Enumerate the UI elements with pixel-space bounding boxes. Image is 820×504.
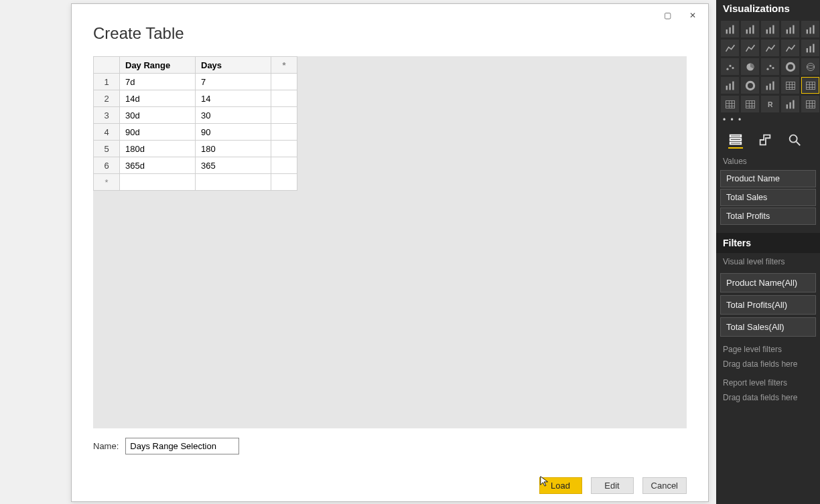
more-visuals-icon[interactable]: • • •	[716, 114, 820, 126]
value-well[interactable]: Total Sales	[720, 189, 816, 206]
svg-rect-34	[786, 82, 795, 89]
visual-filter-item[interactable]: Total Profits(All)	[720, 295, 816, 315]
cell-days[interactable]: 30	[196, 107, 271, 124]
row-number[interactable]: 6	[94, 157, 120, 174]
vis-python-visual-icon[interactable]	[781, 96, 799, 112]
cell-days[interactable]: 14	[196, 90, 271, 107]
vis-card-icon[interactable]	[741, 96, 759, 112]
vis-pie-icon[interactable]	[741, 58, 759, 75]
cell-day-range[interactable]: 30d	[120, 107, 196, 124]
report-filters-drop-zone[interactable]: Drag data fields here	[716, 390, 820, 408]
empty-cell[interactable]	[120, 174, 196, 191]
vis-stacked-bar-icon[interactable]	[721, 21, 739, 37]
table-row[interactable]: 5180d180	[94, 141, 297, 157]
fields-tab-icon[interactable]	[728, 133, 743, 149]
vis-line-icon[interactable]	[721, 39, 739, 56]
window-maximize-icon[interactable]: ▢	[656, 8, 679, 23]
vis-area-icon[interactable]	[741, 39, 759, 56]
visual-filter-item[interactable]: Product Name(All)	[720, 273, 816, 292]
svg-rect-15	[806, 48, 807, 52]
column-header-day-range[interactable]: Day Range	[120, 57, 196, 74]
vis-kpi-icon[interactable]	[781, 77, 799, 94]
visual-filters-label: Visual level filters	[716, 253, 820, 269]
vis-scatter-icon[interactable]	[721, 58, 739, 75]
cell-days[interactable]: 7	[196, 74, 271, 90]
value-well[interactable]: Total Profits	[720, 207, 816, 225]
report-filters-label: Report level filters	[716, 374, 820, 390]
vis-donut-icon[interactable]	[781, 58, 799, 75]
vis-table-icon[interactable]	[801, 77, 819, 94]
cell-day-range[interactable]: 90d	[120, 124, 196, 141]
cancel-button[interactable]: Cancel	[642, 477, 687, 494]
table-row[interactable]: 490d90	[94, 124, 297, 141]
vis-waterfall-icon[interactable]	[761, 77, 779, 94]
svg-rect-27	[726, 86, 727, 90]
values-section-label: Values	[716, 153, 820, 169]
empty-cell[interactable]	[196, 174, 271, 191]
table-row[interactable]: 17d7	[94, 74, 297, 90]
svg-rect-65	[730, 143, 742, 145]
cell-add-column[interactable]	[271, 74, 297, 90]
vis-matrix-icon[interactable]	[721, 96, 739, 112]
data-grid[interactable]: Day Range Days * 17d7214d14330d30490d905…	[93, 56, 297, 191]
cell-day-range[interactable]: 7d	[120, 74, 196, 90]
svg-rect-3	[746, 29, 747, 33]
add-row-marker[interactable]: *	[94, 174, 120, 191]
table-row[interactable]: 214d14	[94, 90, 297, 107]
vis-slicer-icon[interactable]	[801, 96, 819, 112]
row-number[interactable]: 2	[94, 90, 120, 107]
value-well[interactable]: Product Name	[720, 170, 816, 187]
vis-clustered-bar-icon[interactable]	[741, 21, 759, 37]
window-close-icon[interactable]: ✕	[681, 8, 704, 23]
vis-treemap-icon[interactable]	[761, 58, 779, 75]
table-row[interactable]: 330d30	[94, 107, 297, 124]
row-number[interactable]: 5	[94, 141, 120, 157]
table-row[interactable]: 6365d365	[94, 157, 297, 174]
filters-heading: Filters	[716, 233, 820, 253]
vis-100-stacked-icon[interactable]	[801, 21, 819, 37]
format-tab-icon[interactable]	[758, 133, 772, 149]
cell-add-column[interactable]	[271, 124, 297, 141]
vis-funnel-icon[interactable]	[721, 77, 739, 94]
svg-rect-49	[746, 100, 754, 108]
row-number[interactable]: 4	[94, 124, 120, 141]
cell-days[interactable]: 90	[196, 124, 271, 141]
visual-filter-item[interactable]: Total Sales(All)	[720, 317, 816, 337]
row-number[interactable]: 1	[94, 74, 120, 90]
page-filters-drop-zone[interactable]: Drag data fields here	[716, 357, 820, 374]
cell-days[interactable]: 180	[196, 141, 271, 157]
svg-rect-58	[806, 100, 815, 108]
vis-r-visual-icon[interactable]: R	[761, 96, 779, 112]
table-name-input[interactable]	[125, 438, 239, 454]
svg-rect-17	[813, 44, 814, 52]
empty-cell[interactable]	[271, 174, 297, 191]
vis-stacked-column-icon[interactable]	[761, 21, 779, 37]
grid-corner	[94, 57, 120, 74]
vis-clustered-column-icon[interactable]	[781, 21, 799, 37]
row-number[interactable]: 3	[94, 107, 120, 124]
analytics-tab-icon[interactable]	[787, 133, 802, 149]
cell-days[interactable]: 365	[196, 157, 271, 174]
vis-stacked-area-icon[interactable]	[761, 39, 779, 56]
cell-add-column[interactable]	[271, 90, 297, 107]
add-row[interactable]: *	[94, 174, 297, 191]
cell-day-range[interactable]: 365d	[120, 157, 196, 174]
load-button[interactable]: Load	[539, 477, 582, 494]
vis-line-column-icon[interactable]	[781, 39, 799, 56]
column-header-days[interactable]: Days	[196, 57, 271, 74]
table-editor-grid-area: Day Range Days * 17d7214d14330d30490d905…	[93, 56, 687, 428]
cell-add-column[interactable]	[271, 107, 297, 124]
add-column-header[interactable]: *	[271, 57, 297, 74]
cell-add-column[interactable]	[271, 157, 297, 174]
cell-add-column[interactable]	[271, 141, 297, 157]
vis-gauge-icon[interactable]	[741, 77, 759, 94]
cell-day-range[interactable]: 14d	[120, 90, 196, 107]
edit-button[interactable]: Edit	[591, 477, 634, 494]
svg-rect-39	[806, 82, 815, 89]
cell-day-range[interactable]: 180d	[120, 141, 196, 157]
vis-map-icon[interactable]	[801, 58, 819, 75]
vis-ribbon-icon[interactable]	[801, 39, 819, 56]
svg-point-24	[772, 67, 774, 69]
svg-rect-16	[809, 46, 811, 52]
svg-point-25	[787, 63, 794, 70]
